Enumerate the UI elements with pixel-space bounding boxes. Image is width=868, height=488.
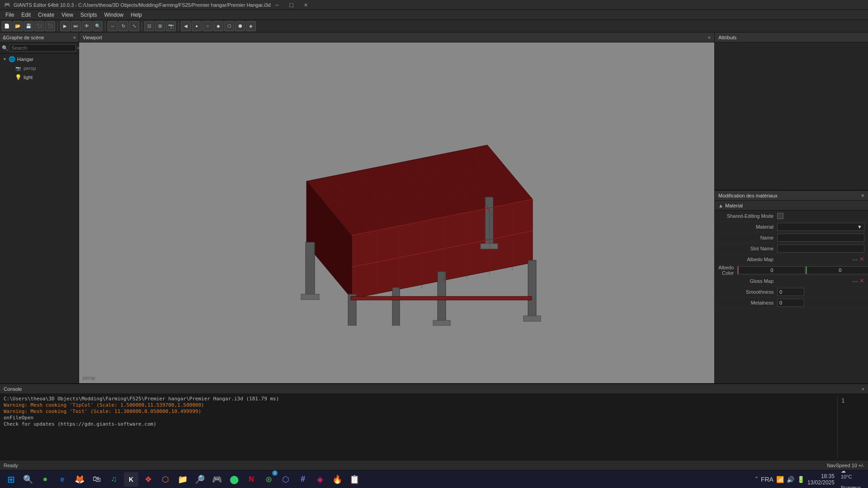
albedo-map-browse[interactable]: ··· [852,256,858,263]
taskbar-right: ˄ FRA 📶 🔊 🔋 18:35 13/02/2025 ☁ 10°C Nuag… [755,468,864,488]
taskbar-app6[interactable]: 📋 [347,472,362,487]
tray-volume[interactable]: 🔊 [787,476,794,483]
taskbar-app4[interactable]: ⬡ [278,472,293,487]
grid-btn[interactable]: ⊞ [155,21,165,31]
maximize-button[interactable]: □ [285,0,298,10]
taskbar-app1[interactable]: ❖ [141,472,156,487]
shared-editing-checkbox[interactable] [777,213,783,219]
menu-file[interactable]: File [2,11,18,19]
render-btn1[interactable]: ◀ [181,21,191,31]
snap-btn[interactable]: ⊡ [144,21,154,31]
taskbar-netflix[interactable]: N [244,472,259,487]
persp-icon: 📷 [14,65,22,72]
taskbar-firefox2[interactable]: 🔥 [330,472,344,487]
albedo-map-label: Albedo Map [718,257,777,262]
play-button[interactable]: ▶ [60,21,70,31]
name-input[interactable] [777,234,864,242]
taskbar-search[interactable]: 🔍 [21,472,35,487]
search-input[interactable] [9,44,76,52]
taskbar-search2[interactable]: 🔎 [193,472,207,487]
step-button[interactable]: ⏭ [71,21,81,31]
transform-btn[interactable]: ↔ [108,21,118,31]
viewport[interactable]: persp [79,42,714,383]
slot-name-input[interactable] [777,244,864,253]
console-close[interactable]: × [862,386,864,392]
scale-btn[interactable]: ⤡ [129,21,139,31]
search-button[interactable]: 🔍 [93,21,103,31]
taskbar-files[interactable]: 📁 [175,472,190,487]
menu-edit[interactable]: Edit [18,11,34,19]
toolbar-btn5[interactable]: ⬛ [45,21,55,31]
taskbar-app2[interactable]: ⬡ [158,472,173,487]
menu-window[interactable]: Window [101,11,127,19]
scene-panel-close[interactable]: × [73,35,76,40]
tree-item-light[interactable]: 💡 light [0,73,79,82]
render-btn7[interactable]: ◈ [246,21,256,31]
gloss-map-browse[interactable]: ··· [852,277,858,285]
material-section: Modification des matériaux × ▲ Material … [715,191,868,383]
render-btn2[interactable]: ● [192,21,202,31]
hangar-label: Hangar [17,56,33,62]
toolbar-separator-2 [105,22,105,31]
menu-create[interactable]: Create [34,11,58,19]
taskbar-clock[interactable]: 18:35 13/02/2025 [807,473,835,486]
minimize-button[interactable]: − [271,0,283,10]
gloss-map-row: Gloss Map ··· ✕ [715,276,868,286]
smoothness-input[interactable] [777,288,804,296]
tray-chevron[interactable]: ˄ [755,476,758,483]
render-btn3[interactable]: ○ [203,21,212,31]
taskbar-chrome[interactable]: ● [38,472,52,487]
material-group-header[interactable]: ▲ Material [715,201,868,211]
metalness-input[interactable] [777,299,804,307]
taskbar-klack[interactable]: K [124,472,138,487]
albedo-map-clear[interactable]: ✕ [859,256,864,263]
taskbar-xbox[interactable]: ⊛ 2 [261,472,276,487]
start-button[interactable]: ⊞ [4,472,18,487]
hangar-icon: 🌐 [8,56,15,63]
toolbar-btn4[interactable]: ⬛ [34,21,44,31]
albedo-color-row: Albedo Color ··· [715,265,868,276]
material-panel-close[interactable]: × [861,192,864,199]
new-button[interactable]: 📄 [2,21,12,31]
console-line-0: C:\Users\theoa\3D Objects\Modding\Farmin… [4,396,834,402]
menu-scripts[interactable]: Scripts [77,11,101,19]
material-panel-header: Modification des matériaux × [715,191,868,201]
taskbar-edge[interactable]: e [55,472,70,487]
taskbar-app5[interactable]: ◈ [313,472,327,487]
view-button[interactable]: 👁 [82,21,92,31]
open-button[interactable]: 📂 [13,21,23,31]
albedo-r-input[interactable] [737,266,805,274]
taskbar-firefox[interactable]: 🦊 [72,472,87,487]
taskbar-weather[interactable]: ☁ 10°C Nuageux [841,468,861,488]
tray-language: FRA [761,476,774,483]
light-label: light [24,75,33,80]
taskbar-store[interactable]: 🛍 [90,472,104,487]
toolbar-separator-1 [57,22,58,31]
save-button[interactable]: 💾 [24,21,33,31]
material-dropdown-arrow: ▼ [857,224,862,230]
albedo-color-label: Albedo Color [718,265,737,276]
slot-name-row: Slot Name [715,243,868,254]
taskbar-gaming[interactable]: 🎮 [210,472,224,487]
menu-help[interactable]: Help [127,11,146,19]
svg-rect-38 [351,296,532,300]
toolbar: 📄 📂 💾 ⬛ ⬛ ▶ ⏭ 👁 🔍 ↔ ↻ ⤡ ⊡ ⊞ 📷 ◀ ● ○ ◆ ⬡ … [0,20,868,33]
rotate-btn[interactable]: ↻ [118,21,128,31]
close-button[interactable]: × [300,0,312,10]
cam-btn[interactable]: 📷 [166,21,176,31]
tree-item-persp[interactable]: 📷 persp [0,64,79,73]
albedo-g-input[interactable] [806,266,868,274]
render-btn4[interactable]: ◆ [213,21,223,31]
taskbar-spotify[interactable]: ♫ [107,472,121,487]
right-side-panel: Attributs Modification des matériaux × ▲… [714,33,868,383]
gloss-map-clear[interactable]: ✕ [859,277,864,284]
tree-item-hangar[interactable]: ▼ 🌐 Hangar [0,55,79,64]
taskbar-discord[interactable]: # [296,472,310,487]
console-line-number: 1 [841,398,844,404]
render-btn5[interactable]: ⬡ [224,21,234,31]
render-btn6[interactable]: ⬢ [235,21,245,31]
taskbar-app3[interactable]: ⬤ [227,472,241,487]
material-dropdown[interactable]: ▼ [777,223,864,231]
menu-view[interactable]: View [58,11,77,19]
viewport-close[interactable]: × [708,35,711,40]
